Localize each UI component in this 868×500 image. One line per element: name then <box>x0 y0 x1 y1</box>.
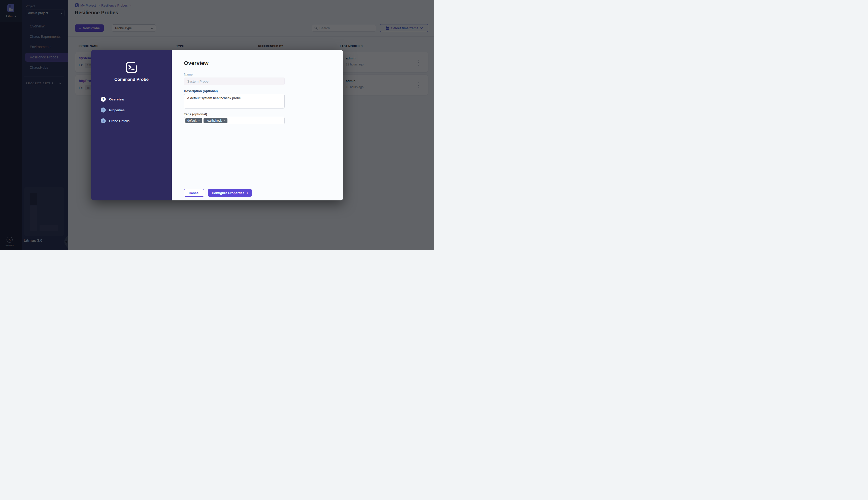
step-overview[interactable]: 1 Overview <box>101 97 124 102</box>
cancel-button[interactable]: Cancel <box>184 189 204 197</box>
configure-properties-button[interactable]: Configure Properties › <box>208 189 252 197</box>
step-label: Overview <box>109 98 124 101</box>
description-field[interactable]: A default system healthcheck probe <box>184 94 285 109</box>
name-label: Name <box>184 72 193 76</box>
overview-form: Overview Name Description (optional) A d… <box>172 50 343 201</box>
tags-field[interactable]: default ✕ healthcheck ✕ <box>184 117 285 124</box>
step-number: 3 <box>101 118 106 123</box>
tag-chip: healthcheck ✕ <box>204 118 227 123</box>
wizard-panel: Command Probe 1 Overview 2 Properties 3 … <box>91 50 172 201</box>
step-label: Properties <box>109 108 125 112</box>
tags-input[interactable] <box>229 119 283 123</box>
wizard-title: Command Probe <box>91 77 172 82</box>
create-probe-modal: Command Probe 1 Overview 2 Properties 3 … <box>91 50 343 201</box>
description-label: Description (optional) <box>184 89 218 93</box>
tag-chip: default ✕ <box>185 118 202 123</box>
step-number: 1 <box>101 97 106 102</box>
step-number: 2 <box>101 107 106 113</box>
close-icon[interactable]: ✕ <box>223 120 225 122</box>
form-heading: Overview <box>184 60 208 67</box>
step-label: Probe Details <box>109 119 129 123</box>
step-properties[interactable]: 2 Properties <box>101 107 125 113</box>
tag-text: healthcheck <box>205 119 222 122</box>
step-probe-details[interactable]: 3 Probe Details <box>101 118 129 123</box>
chevron-right-icon: › <box>247 191 248 195</box>
terminal-icon <box>125 61 137 73</box>
name-field[interactable] <box>184 78 285 85</box>
tags-label: Tags (optional) <box>184 112 207 116</box>
tag-text: default <box>188 119 196 122</box>
configure-properties-label: Configure Properties <box>212 191 244 195</box>
modal-actions: Cancel Configure Properties › <box>184 189 252 197</box>
close-icon[interactable]: ✕ <box>198 120 200 122</box>
